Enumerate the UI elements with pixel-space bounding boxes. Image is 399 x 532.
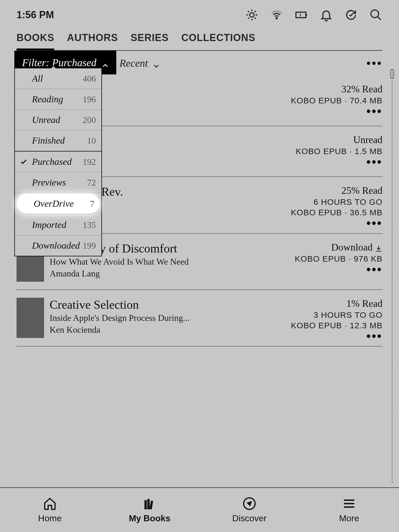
nav-label: Home bbox=[38, 513, 61, 523]
book-format: KOBO EPUB · 12.3 MB bbox=[291, 321, 382, 330]
nav-label: More bbox=[339, 513, 359, 523]
scrollbar-thumb[interactable] bbox=[390, 69, 394, 79]
book-subtitle: How What We Avoid Is What We Need bbox=[50, 257, 289, 267]
book-time-left: 3 HOURS TO GO bbox=[314, 310, 382, 320]
filter-dropdown: All406Reading196Unread200Finished10Purch… bbox=[14, 68, 102, 256]
wifi-icon[interactable] bbox=[270, 8, 283, 22]
more-options[interactable]: ••• bbox=[366, 56, 382, 70]
book-author: Amanda Lang bbox=[50, 268, 289, 279]
book-more[interactable]: ••• bbox=[366, 267, 382, 272]
nav-more[interactable]: More bbox=[299, 488, 399, 532]
book-more[interactable]: ••• bbox=[366, 221, 382, 225]
tab-series[interactable]: SERIES bbox=[131, 32, 169, 50]
book-subtitle: Inside Apple's Design Process During... bbox=[50, 313, 285, 323]
nav-label: My Books bbox=[129, 513, 170, 523]
filter-option-count: 200 bbox=[83, 115, 96, 125]
scrollbar-track bbox=[392, 69, 392, 483]
filter-option-label: Previews bbox=[32, 177, 66, 188]
nav-mybooks[interactable]: My Books bbox=[100, 488, 199, 532]
filter-option[interactable]: All406 bbox=[15, 68, 101, 89]
book-more[interactable]: ••• bbox=[366, 109, 382, 114]
filter-option-label: Imported bbox=[32, 220, 66, 230]
svg-point-5 bbox=[371, 10, 379, 18]
svg-rect-7 bbox=[147, 499, 150, 509]
book-title: Creative Selection bbox=[50, 298, 285, 312]
book-format: KOBO EPUB · 1.5 MB bbox=[296, 147, 382, 156]
filter-option[interactable]: Finished10 bbox=[15, 130, 101, 151]
book-cover bbox=[17, 298, 44, 338]
book-time-left: 6 HOURS TO GO bbox=[314, 197, 382, 207]
books-icon bbox=[143, 497, 157, 510]
filter-option-label: Finished bbox=[32, 135, 65, 146]
chevron-down-icon bbox=[153, 60, 160, 66]
filter-option-count: 192 bbox=[83, 157, 96, 167]
brightness-icon[interactable] bbox=[245, 8, 258, 22]
filter-option-count: 72 bbox=[87, 178, 96, 188]
tab-authors[interactable]: AUTHORS bbox=[67, 32, 118, 50]
filter-option-label: All bbox=[32, 73, 43, 84]
filter-option[interactable]: OverDrive7 bbox=[17, 194, 100, 214]
filter-option-count: 10 bbox=[87, 136, 96, 146]
tab-books[interactable]: BOOKS bbox=[17, 32, 54, 50]
battery-icon bbox=[295, 8, 308, 22]
filter-option-label: Purchased bbox=[32, 157, 72, 167]
book-status: Download bbox=[331, 241, 382, 253]
filter-option[interactable]: Unread200 bbox=[15, 110, 101, 130]
filter-option-count: 199 bbox=[83, 241, 96, 251]
nav-discover[interactable]: Discover bbox=[199, 488, 299, 532]
book-status: Unread bbox=[353, 134, 382, 146]
nav-label: Discover bbox=[232, 513, 266, 523]
sync-icon[interactable] bbox=[344, 8, 358, 22]
filter-option-label: Unread bbox=[32, 115, 60, 125]
filter-option-count: 406 bbox=[83, 74, 96, 84]
svg-point-0 bbox=[250, 13, 254, 17]
bell-icon[interactable] bbox=[320, 8, 333, 22]
filter-option[interactable]: Purchased192 bbox=[15, 151, 101, 172]
svg-point-1 bbox=[276, 18, 277, 19]
book-more[interactable]: ••• bbox=[366, 334, 382, 338]
menu-icon bbox=[342, 497, 356, 510]
book-status: 25% Read bbox=[341, 185, 382, 196]
svg-rect-6 bbox=[144, 500, 147, 509]
nav-home[interactable]: Home bbox=[0, 488, 100, 532]
filter-option[interactable]: Reading196 bbox=[15, 89, 101, 110]
svg-rect-8 bbox=[149, 501, 153, 509]
home-icon bbox=[43, 497, 57, 510]
download-icon bbox=[375, 243, 382, 251]
book-status: 1% Read bbox=[346, 298, 382, 309]
filter-option-label: OverDrive bbox=[34, 198, 74, 209]
book-author: Ken Kocienda bbox=[50, 325, 285, 335]
book-format: KOBO EPUB · 70.4 MB bbox=[291, 96, 382, 105]
filter-option-count: 135 bbox=[83, 220, 96, 230]
filter-option[interactable]: Previews72 bbox=[15, 172, 101, 193]
book-row[interactable]: Creative SelectionInside Apple's Design … bbox=[17, 290, 382, 347]
filter-option-count: 7 bbox=[90, 199, 94, 209]
filter-option-label: Downloaded bbox=[32, 240, 80, 251]
filter-option[interactable]: Downloaded199 bbox=[15, 235, 101, 256]
filter-label: Filter: Purchased bbox=[22, 57, 96, 69]
filter-option[interactable]: Imported135 bbox=[15, 215, 101, 235]
library-tabs: BOOKS AUTHORS SERIES COLLECTIONS bbox=[0, 24, 399, 50]
book-more[interactable]: ••• bbox=[366, 159, 382, 164]
book-format: KOBO EPUB · 976 KB bbox=[295, 254, 382, 264]
bottom-nav: Home My Books Discover More bbox=[0, 487, 399, 532]
chevron-up-icon bbox=[102, 59, 109, 66]
book-format: KOBO EPUB · 36.5 MB bbox=[291, 208, 382, 217]
filter-option-label: Reading bbox=[32, 94, 63, 104]
check-icon bbox=[20, 158, 28, 166]
tab-collections[interactable]: COLLECTIONS bbox=[181, 32, 255, 50]
search-icon[interactable] bbox=[369, 8, 382, 22]
status-time: 1:56 PM bbox=[17, 9, 54, 21]
compass-icon bbox=[242, 497, 256, 510]
svg-rect-3 bbox=[306, 14, 307, 16]
filter-option-count: 196 bbox=[83, 94, 96, 104]
book-status: 32% Read bbox=[341, 83, 382, 95]
